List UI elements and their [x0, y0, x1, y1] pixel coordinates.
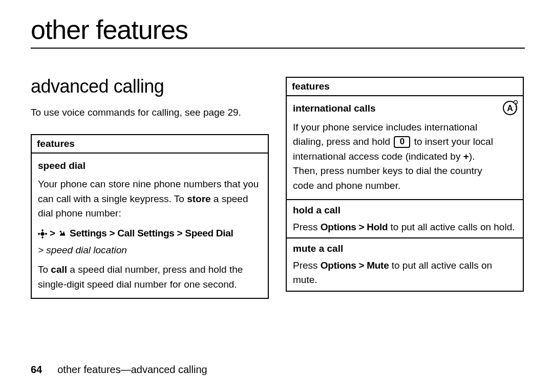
zero-keycap: 0 — [394, 136, 410, 148]
hold-a-call-title: hold a call — [293, 203, 517, 218]
svg-point-0 — [40, 232, 44, 236]
speed-dial-cell: speed dial Your phone can store nine pho… — [31, 153, 268, 299]
speed-dial-title: speed dial — [38, 159, 262, 173]
features-table-left: features speed dial Your phone can store… — [31, 134, 269, 299]
svg-point-1 — [59, 231, 61, 233]
network-feature-icon: A + — [502, 100, 518, 120]
page-title: other features — [31, 15, 525, 45]
svg-text:A: A — [507, 104, 513, 113]
svg-text:+: + — [515, 101, 517, 104]
speed-dial-text-1b: store — [187, 193, 210, 204]
footer-text: other features—advanced calling — [57, 364, 207, 375]
intl-plus: + — [463, 151, 469, 162]
page-number: 64 — [31, 364, 42, 375]
nav-sub-text: > speed dial location — [38, 243, 262, 258]
page-footer: 64other features—advanced calling — [31, 364, 207, 376]
hold-text-b: Options > Hold — [321, 222, 388, 232]
hold-text-a: Press — [293, 222, 321, 232]
speed-dial-text-2a: To — [38, 264, 51, 275]
speed-dial-text-2b: call — [51, 264, 67, 275]
features-header-right: features — [286, 77, 523, 96]
international-calls-cell: international calls A + If your phone se… — [286, 96, 523, 200]
speed-dial-text-2c: a speed dial number, press and hold the … — [38, 264, 243, 290]
mute-text-a: Press — [293, 260, 321, 271]
hold-text-c: to put all active calls on hold. — [388, 222, 515, 232]
features-table-right: features international calls A + — [286, 77, 524, 292]
section-title: advanced calling — [31, 77, 269, 96]
international-calls-title: international calls — [293, 101, 498, 116]
hold-a-call-cell: hold a call Press Options > Hold to put … — [286, 200, 523, 238]
nav-settings-icon — [58, 226, 67, 241]
features-header: features — [31, 135, 268, 153]
title-divider — [31, 48, 525, 49]
nav-gt1: > — [47, 228, 58, 238]
section-intro: To use voice commands for calling, see p… — [31, 105, 269, 120]
nav-path-text: Settings > Call Settings > Speed Dial — [70, 228, 233, 238]
mute-a-call-title: mute a call — [293, 242, 517, 256]
nav-center-key-icon — [38, 226, 47, 241]
mute-a-call-cell: mute a call Press Options > Mute to put … — [286, 238, 523, 291]
mute-text-b: Options > Mute — [321, 260, 389, 271]
